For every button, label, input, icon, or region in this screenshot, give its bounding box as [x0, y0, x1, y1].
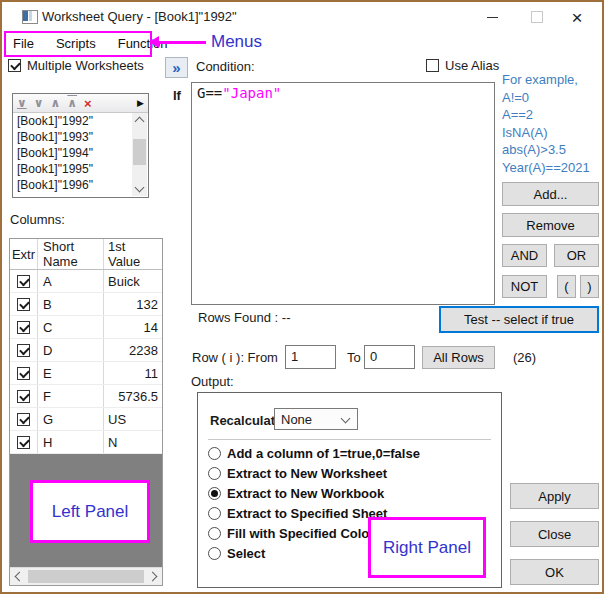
worksheet-list-item[interactable]: [Book1]"1992" — [17, 113, 132, 129]
cell-1st-value: 11 — [104, 362, 162, 384]
row-to-input[interactable]: 0 — [364, 345, 415, 369]
radio-icon — [208, 507, 221, 520]
row-checkbox[interactable] — [17, 321, 30, 334]
row-checkbox[interactable] — [17, 436, 30, 449]
move-up-icon[interactable]: ∧ — [51, 96, 61, 110]
radio-extract-new-worksheet[interactable]: Extract to New Worksheet — [208, 465, 387, 481]
cell-1st-value: US — [104, 408, 162, 430]
if-label: If — [173, 88, 181, 103]
worksheet-list-item[interactable]: [Book1]"1997" — [17, 193, 132, 196]
worksheet-list-item[interactable]: [Book1]"1993" — [17, 129, 132, 145]
move-down-icon[interactable]: ∨ — [34, 96, 44, 110]
close-dialog-button[interactable]: Close — [510, 521, 599, 547]
cell-1st-value: 14 — [104, 316, 162, 338]
row-checkbox[interactable] — [17, 390, 30, 403]
scroll-up-icon[interactable] — [132, 113, 147, 127]
rows-found-status: Rows Found : -- — [198, 310, 290, 325]
recalculate-label: Recalculate — [210, 413, 282, 428]
table-row[interactable]: C 14 — [10, 316, 162, 339]
recalculate-dropdown[interactable]: None — [274, 408, 358, 430]
row-checkbox[interactable] — [17, 275, 30, 288]
example-line: A!=0 — [502, 89, 590, 107]
row-checkbox[interactable] — [17, 413, 30, 426]
checkbox-checked-icon — [8, 59, 21, 72]
or-button[interactable]: OR — [554, 244, 599, 267]
worksheet-list-item[interactable]: [Book1]"1994" — [17, 145, 132, 161]
table-row[interactable]: D 2238 — [10, 339, 162, 362]
scrollbar-thumb[interactable] — [28, 570, 144, 583]
table-row[interactable]: E 11 — [10, 362, 162, 385]
radio-add-column[interactable]: Add a column of 1=true,0=false — [208, 445, 420, 461]
to-label: To — [347, 350, 361, 365]
example-line: For example, — [502, 71, 590, 89]
expand-right-icon[interactable]: ▶ — [137, 98, 144, 108]
open-paren-button[interactable]: ( — [557, 275, 576, 298]
cell-short-name: A — [38, 270, 104, 292]
close-button[interactable]: × — [560, 2, 594, 32]
radio-extract-specified-sheet[interactable]: Extract to Specified Sheet — [208, 505, 387, 521]
condition-string-literal: "Japan" — [222, 85, 281, 101]
separator — [208, 439, 491, 440]
radio-fill-specified-color[interactable]: Fill with Specified Color — [208, 525, 374, 541]
listbox-toolbar: ∨ ∨ ∧ ∧ × ▶ — [13, 94, 148, 113]
delete-icon[interactable]: × — [84, 96, 92, 111]
worksheet-query-dialog: Worksheet Query - [Book1]"1992" × File S… — [0, 0, 604, 594]
expand-panel-button[interactable]: » — [165, 57, 188, 78]
ok-button[interactable]: OK — [510, 559, 599, 585]
add-button[interactable]: Add... — [502, 182, 599, 206]
table-row[interactable]: G US — [10, 408, 162, 431]
table-row[interactable]: F 5736.5 — [10, 385, 162, 408]
close-paren-button[interactable]: ) — [580, 275, 599, 298]
remove-button[interactable]: Remove — [502, 213, 599, 237]
radio-label: Extract to Specified Sheet — [227, 506, 387, 521]
worksheet-list-item[interactable]: [Book1]"1996" — [17, 177, 132, 193]
right-panel-annotation-label: Right Panel — [383, 538, 471, 558]
scrollbar-thumb[interactable] — [133, 139, 146, 165]
cell-short-name: D — [38, 339, 104, 361]
radio-icon — [208, 527, 221, 540]
scroll-down-icon[interactable] — [132, 182, 147, 196]
test-select-button[interactable]: Test -- select if true — [439, 306, 599, 333]
listbox-vertical-scrollbar[interactable] — [132, 113, 147, 196]
radio-select[interactable]: Select — [208, 545, 265, 561]
radio-extract-new-workbook[interactable]: Extract to New Workbook — [208, 485, 384, 501]
use-alias-checkbox[interactable]: Use Alias — [426, 58, 499, 73]
scroll-left-icon[interactable] — [10, 568, 26, 585]
chevron-down-icon — [341, 413, 351, 423]
table-row[interactable]: A Buick — [10, 270, 162, 293]
table-row[interactable]: H N — [10, 431, 162, 454]
cell-short-name: G — [38, 408, 104, 430]
example-line: Year(A)==2021 — [502, 159, 590, 177]
maximize-icon — [531, 11, 543, 23]
row-range-label: Row ( i ): From — [192, 350, 278, 365]
row-checkbox[interactable] — [17, 298, 30, 311]
use-alias-label: Use Alias — [445, 58, 499, 73]
menus-annotation-arrow — [158, 41, 206, 44]
output-label: Output: — [191, 374, 234, 389]
row-checkbox[interactable] — [17, 344, 30, 357]
cell-1st-value: 5736.5 — [104, 385, 162, 407]
multiple-worksheets-label: Multiple Worksheets — [27, 58, 144, 73]
worksheet-list-item[interactable]: [Book1]"1995" — [17, 161, 132, 177]
move-to-top-icon[interactable]: ∧ — [67, 96, 77, 110]
maximize-button[interactable] — [520, 2, 554, 32]
apply-button[interactable]: Apply — [510, 483, 599, 509]
title-bar[interactable]: Worksheet Query - [Book1]"1992" × — [2, 2, 602, 32]
cell-short-name: C — [38, 316, 104, 338]
multiple-worksheets-checkbox[interactable]: Multiple Worksheets — [8, 58, 144, 73]
condition-examples: For example, A!=0 A==2 IsNA(A) abs(A)>3.… — [502, 71, 590, 176]
condition-input[interactable]: G=="Japan" — [191, 82, 495, 305]
table-row[interactable]: B 132 — [10, 293, 162, 316]
not-button[interactable]: NOT — [502, 275, 547, 298]
and-button[interactable]: AND — [502, 244, 547, 267]
move-to-bottom-icon[interactable]: ∨ — [17, 96, 27, 110]
all-rows-button[interactable]: All Rows — [422, 346, 495, 369]
right-panel-annotation: Right Panel — [368, 517, 486, 578]
minimize-button[interactable] — [475, 2, 509, 32]
row-from-input[interactable]: 1 — [285, 345, 336, 369]
table-horizontal-scrollbar[interactable] — [10, 567, 162, 585]
scroll-right-icon[interactable] — [146, 568, 162, 585]
radio-label: Extract to New Worksheet — [227, 466, 387, 481]
row-checkbox[interactable] — [17, 367, 30, 380]
left-panel-annotation-label: Left Panel — [52, 502, 129, 522]
